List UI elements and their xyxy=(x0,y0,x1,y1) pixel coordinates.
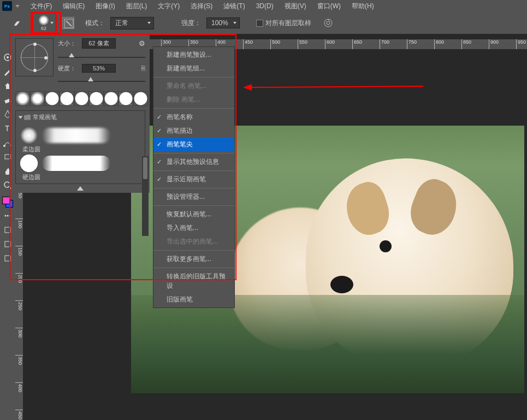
ruler-tick: 650 xyxy=(352,39,362,49)
context-menu-item[interactable]: 显示其他预设信息 xyxy=(153,155,234,169)
size-slider[interactable] xyxy=(58,53,145,61)
context-menu-label: 新建画笔预设... xyxy=(167,51,211,58)
context-menu-label: 画笔描边 xyxy=(167,127,193,134)
context-menu-item: 重命名 画笔... xyxy=(153,79,234,93)
context-menu-item[interactable]: 获取更多画笔... xyxy=(153,252,234,266)
recent-brush[interactable] xyxy=(133,91,148,106)
menu-separator xyxy=(153,205,234,206)
menu-view[interactable]: 视图(V) xyxy=(279,1,312,12)
menu-select[interactable]: 选择(S) xyxy=(185,1,218,12)
context-menu-item: 删除 画笔... xyxy=(153,93,234,107)
image-content xyxy=(131,295,524,393)
brush-thumb-icon xyxy=(20,155,38,172)
new-preset-icon[interactable]: ⎘ xyxy=(141,64,145,72)
context-menu-item[interactable]: 画笔描边 xyxy=(153,124,234,138)
menu-window[interactable]: 窗口(W) xyxy=(312,1,346,12)
brush-item-hard[interactable] xyxy=(20,153,140,173)
recent-brush[interactable] xyxy=(15,91,30,106)
recent-brush[interactable] xyxy=(74,91,89,106)
recent-brush[interactable] xyxy=(30,91,45,106)
context-menu-item[interactable]: 画笔名称 xyxy=(153,110,234,124)
menu-image[interactable]: 图像(I) xyxy=(90,1,120,12)
svg-point-7 xyxy=(3,145,5,147)
brush-preset-picker[interactable]: 62 xyxy=(31,12,57,34)
ruler-tick: 550 xyxy=(298,39,307,49)
brush-stroke-preview xyxy=(42,156,110,171)
svg-rect-8 xyxy=(5,155,10,159)
menu-filter[interactable]: 滤镜(T) xyxy=(218,1,250,12)
menu-layer[interactable]: 图层(L) xyxy=(121,1,153,12)
brush-size-readout: 62 xyxy=(41,26,46,31)
context-menu-item[interactable]: 预设管理器... xyxy=(153,190,234,204)
check-icon xyxy=(157,127,162,132)
recent-brush[interactable] xyxy=(60,91,74,106)
ruler-tick: 700 xyxy=(380,39,389,49)
quick-mask-icon[interactable] xyxy=(2,238,14,250)
context-menu-label: 删除 画笔... xyxy=(167,96,200,103)
more-tools-icon[interactable] xyxy=(2,210,14,222)
context-menu-item[interactable]: 画笔笔尖 xyxy=(153,138,234,151)
brush-tip-shape[interactable] xyxy=(15,38,54,76)
ruler-tick: 500 xyxy=(270,39,280,49)
hardness-input[interactable]: 53% xyxy=(82,64,116,73)
svg-rect-14 xyxy=(5,227,10,233)
color-swatch[interactable] xyxy=(2,197,13,208)
context-menu-label: 显示其他预设信息 xyxy=(167,158,219,165)
brush-stroke-preview xyxy=(42,128,110,143)
check-icon xyxy=(157,175,162,181)
folder-label: 常规画笔 xyxy=(33,113,57,121)
recent-brush[interactable] xyxy=(104,91,119,106)
folder-header[interactable]: 常规画笔 xyxy=(16,111,145,123)
brush-folder-section: 常规画笔 柔边圆 硬边圆 xyxy=(15,110,145,184)
menu-type[interactable]: 文字(Y) xyxy=(152,1,185,12)
recent-brush[interactable] xyxy=(89,91,104,106)
context-menu-item[interactable]: 恢复默认画笔... xyxy=(153,208,234,221)
ruler-tick: 150 xyxy=(15,246,23,256)
context-menu-item[interactable]: 新建画笔预设... xyxy=(153,48,234,62)
blend-mode-dropdown[interactable]: 正常 xyxy=(110,17,154,29)
brush-item-soft[interactable] xyxy=(20,126,140,145)
context-menu-label: 旧版画笔 xyxy=(167,295,193,303)
menu-help[interactable]: 帮助(H) xyxy=(346,1,380,12)
brush-context-menu: 新建画笔预设...新建画笔组...重命名 画笔...删除 画笔...画笔名称画笔… xyxy=(153,46,235,308)
check-icon xyxy=(157,158,162,163)
menu-separator xyxy=(153,250,234,251)
context-menu-item[interactable]: 显示近期画笔 xyxy=(153,173,234,186)
hardness-slider[interactable] xyxy=(58,77,145,85)
ruler-tick: 350 xyxy=(15,355,23,365)
size-input[interactable]: 62 像素 xyxy=(82,38,116,49)
hardness-label: 硬度： xyxy=(58,64,78,73)
context-menu-item[interactable]: 新建画笔组... xyxy=(153,62,234,75)
ruler-tick: 400 xyxy=(15,382,23,392)
panel-scrollbar[interactable] xyxy=(142,156,149,236)
menu-file[interactable]: 文件(F) xyxy=(25,1,57,12)
context-menu-label: 画笔笔尖 xyxy=(167,140,193,148)
folder-icon xyxy=(24,115,31,120)
foreground-color[interactable] xyxy=(2,197,10,204)
context-menu-label: 显示近期画笔 xyxy=(167,175,206,183)
context-menu-label: 新建画笔组... xyxy=(167,64,205,72)
svg-point-13 xyxy=(9,215,11,217)
context-menu-item[interactable]: 转换后的旧版工具预设 xyxy=(153,270,234,293)
menu-3d[interactable]: 3D(D) xyxy=(251,1,279,11)
svg-point-12 xyxy=(7,215,9,217)
context-menu-label: 导入画笔... xyxy=(167,224,198,232)
recent-brush[interactable] xyxy=(45,91,60,106)
context-menu-label: 预设管理器... xyxy=(167,193,205,200)
context-menu-label: 导出选中的画笔... xyxy=(167,238,218,245)
dropdown-arrow-icon xyxy=(50,22,54,24)
brush-panel-toggle[interactable] xyxy=(62,17,74,29)
screen-mode-icon[interactable] xyxy=(2,252,14,264)
recent-brush[interactable] xyxy=(119,91,133,106)
pressure-icon[interactable] xyxy=(322,17,334,29)
resize-handle-icon[interactable] xyxy=(77,186,84,191)
edit-toolbar-icon[interactable] xyxy=(2,224,14,236)
strength-dropdown[interactable]: 100% xyxy=(206,17,240,28)
context-menu-item[interactable]: 旧版画笔 xyxy=(153,293,234,306)
gear-icon[interactable]: ⚙ xyxy=(139,39,145,48)
app-menu-arrow-icon[interactable] xyxy=(15,5,20,8)
context-menu-item[interactable]: 导入画笔... xyxy=(153,221,234,235)
smudge-tool-icon xyxy=(11,17,23,29)
menu-edit[interactable]: 编辑(E) xyxy=(57,1,90,12)
sample-all-checkbox[interactable] xyxy=(256,20,263,27)
